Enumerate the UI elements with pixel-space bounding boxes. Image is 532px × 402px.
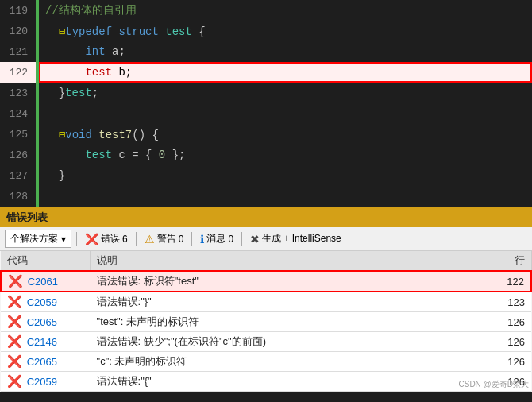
error-table-container: 代码 说明 行 ❌ C2061 语法错误: 标识符"test" 122 (0, 251, 532, 392)
error-cell-code-2: ❌ C2065 (1, 312, 91, 332)
build-label: 生成 + IntelliSense (262, 232, 341, 245)
error-panel-title: 错误列表 (0, 208, 532, 227)
error-row-0[interactable]: ❌ C2061 语法错误: 标识符"test" 122 (1, 271, 531, 292)
error-table-body: ❌ C2061 语法错误: 标识符"test" 122 ❌ C2059 语法错误… (1, 271, 531, 392)
error-cell-code-4: ❌ C2065 (1, 352, 91, 372)
error-row-icon-1: ❌ (7, 295, 22, 308)
info-count: 0 (228, 234, 233, 245)
error-cell-line-1: 123 (488, 292, 531, 312)
code-line-125: 125 ⊟void test7() { (0, 124, 532, 145)
toolbar-separator-2 (136, 232, 137, 246)
error-code-link-0[interactable]: C2061 (28, 276, 58, 288)
line-number-121: 121 (0, 46, 36, 58)
error-panel: 错误列表 个解决方案 ▾ ❌ 错误 6 ⚠ 警告 0 ℹ 消息 0 (0, 207, 532, 392)
error-toolbar: 个解决方案 ▾ ❌ 错误 6 ⚠ 警告 0 ℹ 消息 0 ✖ 生成 + Inte (0, 227, 532, 251)
build-button[interactable]: ✖ 生成 + IntelliSense (247, 230, 345, 247)
warnings-filter-button[interactable]: ⚠ 警告 0 (141, 230, 187, 247)
error-panel-title-text: 错误列表 (6, 211, 48, 225)
code-line-123: 123 }test; (0, 83, 532, 103)
line-number-122: 122 (0, 67, 36, 79)
code-line-120: 120 ⊟typedef struct test { (0, 21, 532, 41)
error-cell-desc-0: 语法错误: 标识符"test" (91, 271, 488, 292)
toolbar-separator-4 (241, 232, 242, 246)
error-cell-desc-5: 语法错误:"{" (91, 372, 488, 392)
line-number-128: 128 (0, 191, 36, 203)
solution-label: 个解决方案 (10, 232, 58, 245)
dropdown-arrow-icon: ▾ (61, 234, 66, 245)
col-code-header: 代码 (1, 251, 91, 271)
line-number-124: 124 (0, 108, 36, 120)
toolbar-separator-3 (191, 232, 192, 246)
error-cell-code-5: ❌ C2059 (1, 372, 91, 392)
error-row-1[interactable]: ❌ C2059 语法错误:"}" 123 (1, 292, 531, 312)
code-content-119: //结构体的自引用 (39, 3, 532, 17)
error-count: 6 (122, 234, 128, 245)
error-cell-desc-4: "c": 未声明的标识符 (91, 352, 488, 372)
code-line-119: 119 //结构体的自引用 (0, 0, 532, 21)
error-cell-line-0: 122 (488, 271, 531, 292)
error-row-4[interactable]: ❌ C2065 "c": 未声明的标识符 126 (1, 352, 531, 372)
code-content-124 (39, 107, 532, 120)
error-cell-code-3: ❌ C2146 (1, 332, 91, 352)
line-number-119: 119 (0, 5, 36, 17)
error-cell-desc-2: "test": 未声明的标识符 (91, 312, 488, 332)
line-number-120: 120 (0, 25, 36, 37)
code-content-121: int a; (39, 45, 532, 58)
line-number-126: 126 (0, 149, 36, 161)
error-row-5[interactable]: ❌ C2059 语法错误:"{" 126 (1, 372, 531, 392)
error-code-link-2[interactable]: C2065 (27, 316, 57, 328)
error-cell-line-3: 126 (488, 332, 531, 352)
error-code-link-1[interactable]: C2059 (27, 296, 57, 308)
error-row-icon-3: ❌ (7, 334, 22, 348)
col-description-header: 说明 (91, 251, 488, 271)
code-editor[interactable]: 119 //结构体的自引用 120 ⊟typedef struct test {… (0, 0, 532, 207)
error-table: 代码 说明 行 ❌ C2061 语法错误: 标识符"test" 122 (0, 251, 532, 392)
error-label: 错误 (101, 232, 120, 245)
code-content-126: test c = { 0 }; (39, 149, 532, 161)
code-content-123: }test; (39, 87, 532, 99)
line-number-127: 127 (0, 170, 36, 182)
code-content-120: ⊟typedef struct test { (39, 25, 532, 38)
info-filter-button[interactable]: ℹ 消息 0 (197, 230, 237, 247)
error-row-3[interactable]: ❌ C2146 语法错误: 缺少";"(在标识符"c"的前面) 126 (1, 332, 531, 352)
error-table-header: 代码 说明 行 (1, 251, 531, 271)
line-number-125: 125 (0, 129, 36, 141)
error-icon: ❌ (85, 233, 98, 245)
toolbar-separator-1 (76, 232, 77, 246)
col-line-header: 行 (488, 251, 531, 271)
info-icon: ℹ (200, 233, 204, 245)
code-line-122: 122 test b; (0, 62, 532, 83)
error-cell-line-4: 126 (488, 352, 531, 372)
build-icon: ✖ (250, 233, 260, 245)
error-cell-desc-3: 语法错误: 缺少";"(在标识符"c"的前面) (91, 332, 488, 352)
warning-count: 0 (179, 234, 184, 245)
error-row-2[interactable]: ❌ C2065 "test": 未声明的标识符 126 (1, 312, 531, 332)
code-line-127: 127 } (0, 165, 532, 186)
code-line-121: 121 int a; (0, 41, 532, 62)
code-content-127: } (39, 169, 532, 182)
warning-icon: ⚠ (145, 233, 155, 245)
code-content-128 (39, 190, 532, 203)
code-line-126: 126 test c = { 0 }; (0, 145, 532, 165)
error-cell-code-1: ❌ C2059 (1, 292, 91, 312)
code-content-125: ⊟void test7() { (39, 128, 532, 141)
code-line-128: 128 (0, 186, 532, 207)
error-row-icon-4: ❌ (7, 354, 22, 368)
code-content-122: test b; (39, 66, 532, 79)
code-line-124: 124 (0, 103, 532, 124)
line-number-123: 123 (0, 87, 36, 99)
warning-label: 警告 (157, 232, 176, 245)
error-code-link-4[interactable]: C2065 (27, 356, 57, 368)
error-code-link-5[interactable]: C2059 (27, 376, 57, 388)
error-code-link-3[interactable]: C2146 (27, 336, 57, 348)
error-cell-desc-1: 语法错误:"}" (91, 292, 488, 312)
error-cell-line-2: 126 (488, 312, 531, 332)
error-cell-code-0: ❌ C2061 (1, 271, 91, 292)
error-row-icon-0: ❌ (8, 274, 23, 288)
solution-dropdown[interactable]: 个解决方案 ▾ (5, 230, 71, 248)
error-row-icon-5: ❌ (7, 374, 22, 388)
errors-filter-button[interactable]: ❌ 错误 6 (82, 230, 131, 247)
info-label: 消息 (206, 232, 226, 245)
error-row-icon-2: ❌ (7, 315, 22, 328)
watermark: CSDN @爱奇D荣大 (459, 379, 530, 390)
